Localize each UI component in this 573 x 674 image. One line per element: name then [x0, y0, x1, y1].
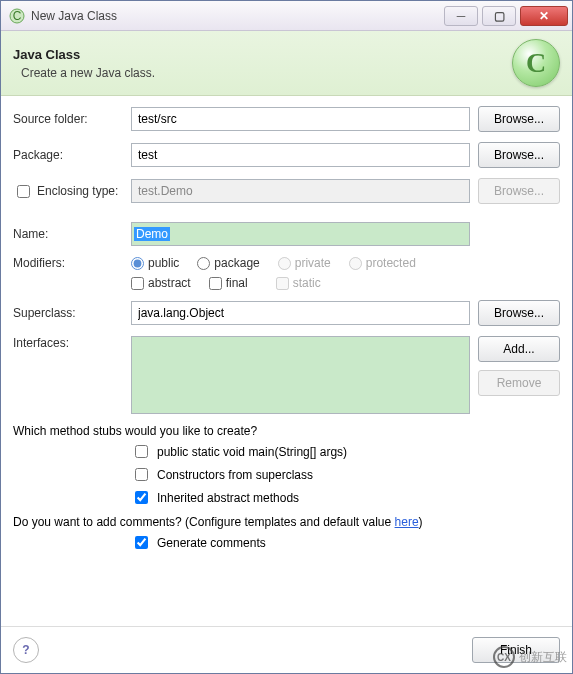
modifier-static: static	[276, 276, 321, 290]
browse-superclass-button[interactable]: Browse...	[478, 300, 560, 326]
window-controls: ─ ▢ ✕	[440, 6, 568, 26]
stub-constructors-checkbox[interactable]	[135, 468, 148, 481]
source-folder-input[interactable]	[131, 107, 470, 131]
help-button[interactable]: ?	[13, 637, 39, 663]
banner-description: Create a new Java class.	[21, 66, 512, 80]
dialog-footer: ? Finish	[1, 626, 572, 673]
name-input[interactable]: Demo	[131, 222, 470, 246]
modifier-final[interactable]: final	[209, 276, 248, 290]
browse-source-folder-button[interactable]: Browse...	[478, 106, 560, 132]
modifier-private: private	[278, 256, 331, 270]
watermark-logo-icon: CX	[493, 646, 515, 668]
class-icon: C	[512, 39, 560, 87]
window-title: New Java Class	[31, 9, 440, 23]
stubs-question: Which method stubs would you like to cre…	[13, 424, 560, 438]
enclosing-type-checkbox[interactable]	[17, 185, 30, 198]
modifier-public[interactable]: public	[131, 256, 179, 270]
package-label: Package:	[13, 148, 123, 162]
modifier-abstract[interactable]: abstract	[131, 276, 191, 290]
browse-enclosing-type-button: Browse...	[478, 178, 560, 204]
name-label: Name:	[13, 227, 123, 241]
browse-package-button[interactable]: Browse...	[478, 142, 560, 168]
enclosing-type-label: Enclosing type:	[13, 182, 123, 201]
dialog-window: C New Java Class ─ ▢ ✕ Java Class Create…	[0, 0, 573, 674]
banner: Java Class Create a new Java class. C	[1, 31, 572, 96]
app-icon: C	[9, 8, 25, 24]
remove-interface-button: Remove	[478, 370, 560, 396]
package-input[interactable]	[131, 143, 470, 167]
stub-inherited-label: Inherited abstract methods	[157, 491, 299, 505]
interfaces-list[interactable]	[131, 336, 470, 414]
stub-inherited-checkbox[interactable]	[135, 491, 148, 504]
enclosing-type-input	[131, 179, 470, 203]
interfaces-label: Interfaces:	[13, 336, 123, 350]
modifier-package[interactable]: package	[197, 256, 259, 270]
dialog-body: Source folder: Browse... Package: Browse…	[1, 96, 572, 626]
source-folder-label: Source folder:	[13, 112, 123, 126]
configure-templates-link[interactable]: here	[395, 515, 419, 529]
generate-comments-label: Generate comments	[157, 536, 266, 550]
superclass-label: Superclass:	[13, 306, 123, 320]
name-value: Demo	[134, 227, 170, 241]
comments-question: Do you want to add comments? (Configure …	[13, 515, 560, 529]
maximize-button[interactable]: ▢	[482, 6, 516, 26]
modifier-protected: protected	[349, 256, 416, 270]
close-button[interactable]: ✕	[520, 6, 568, 26]
modifiers-label: Modifiers:	[13, 256, 123, 270]
svg-text:C: C	[13, 9, 22, 23]
watermark-text: 创新互联	[519, 649, 567, 666]
stub-constructors-label: Constructors from superclass	[157, 468, 313, 482]
stub-main-checkbox[interactable]	[135, 445, 148, 458]
superclass-input[interactable]	[131, 301, 470, 325]
banner-title: Java Class	[13, 47, 512, 62]
generate-comments-checkbox[interactable]	[135, 536, 148, 549]
watermark: CX 创新互联	[493, 646, 567, 668]
add-interface-button[interactable]: Add...	[478, 336, 560, 362]
stub-main-label: public static void main(String[] args)	[157, 445, 347, 459]
titlebar[interactable]: C New Java Class ─ ▢ ✕	[1, 1, 572, 31]
minimize-button[interactable]: ─	[444, 6, 478, 26]
